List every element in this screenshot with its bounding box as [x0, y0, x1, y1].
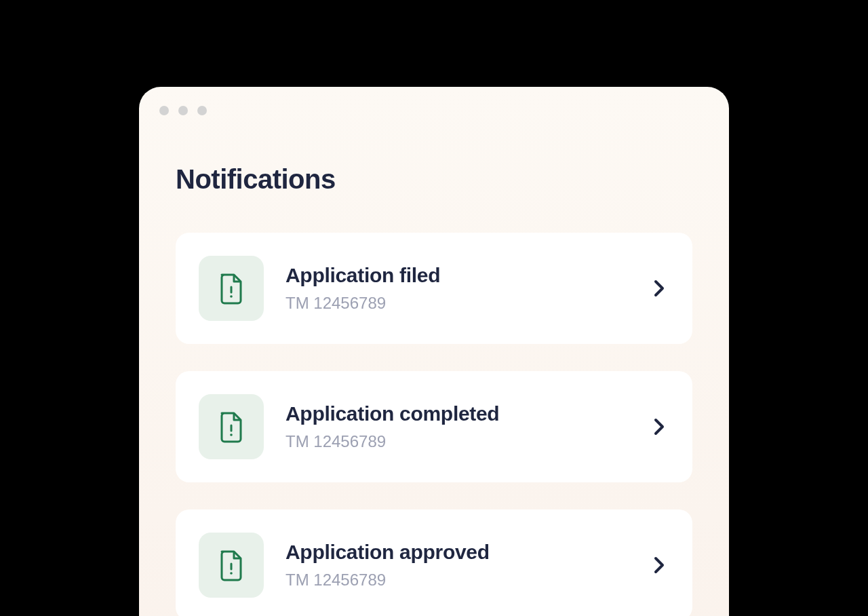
document-alert-icon [199, 533, 264, 598]
notification-subtitle: TM 12456789 [285, 571, 631, 590]
traffic-light-dot [178, 106, 188, 115]
notification-item[interactable]: Application filed TM 12456789 [176, 233, 692, 344]
svg-point-1 [230, 295, 233, 298]
notification-item[interactable]: Application completed TM 12456789 [176, 371, 692, 482]
notification-text: Application completed TM 12456789 [285, 402, 631, 451]
notification-text: Application filed TM 12456789 [285, 264, 631, 313]
svg-point-5 [230, 572, 233, 575]
chevron-right-icon [653, 556, 665, 575]
notification-subtitle: TM 12456789 [285, 432, 631, 451]
app-window: Notifications Application filed TM 12456… [139, 87, 729, 616]
svg-point-3 [230, 434, 233, 436]
notification-title: Application approved [285, 541, 631, 564]
page-title: Notifications [176, 164, 692, 195]
notification-item[interactable]: Application approved TM 12456789 [176, 509, 692, 616]
notification-list: Application filed TM 12456789 Applicatio [176, 233, 692, 616]
notification-text: Application approved TM 12456789 [285, 541, 631, 590]
notification-title: Application filed [285, 264, 631, 287]
traffic-light-dot [159, 106, 169, 115]
notification-title: Application completed [285, 402, 631, 425]
window-controls [159, 106, 692, 115]
chevron-right-icon [653, 279, 665, 298]
chevron-right-icon [653, 417, 665, 436]
notification-subtitle: TM 12456789 [285, 294, 631, 313]
traffic-light-dot [197, 106, 207, 115]
document-alert-icon [199, 394, 264, 459]
document-alert-icon [199, 256, 264, 321]
